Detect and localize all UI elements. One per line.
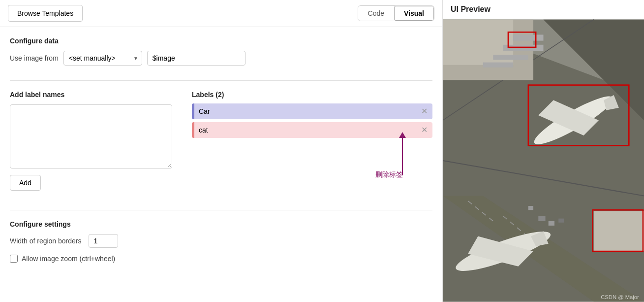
browse-templates-button[interactable]: Browse Templates (8, 5, 83, 22)
add-label-names-title: Add label names (10, 91, 172, 99)
aerial-image: CSDN @ Major (443, 19, 644, 302)
annotation-area: 删除标签 (192, 136, 432, 195)
section-divider-2 (10, 210, 432, 210)
header-bar: Browse Templates Code Visual (0, 0, 442, 27)
labels-section: Add label names Add Labels (2) Car ✕ cat… (10, 91, 432, 195)
labels-header: Labels (2) (192, 91, 432, 99)
zoom-checkbox[interactable] (10, 255, 18, 263)
configure-settings-section: Configure settings Width of region borde… (10, 220, 432, 263)
image-variable-input[interactable] (147, 51, 245, 66)
svg-rect-8 (513, 34, 543, 40)
svg-rect-25 (538, 216, 545, 221)
svg-text:CSDN @ Major: CSDN @ Major (601, 294, 639, 300)
preview-image-container: CSDN @ Major (443, 19, 644, 302)
use-image-label: Use image from (10, 54, 59, 62)
labels-list-col: Labels (2) Car ✕ cat ✕ 删除标签 (192, 91, 432, 195)
content-area: Configure data Use image from <set manua… (0, 27, 442, 302)
visual-tab-button[interactable]: Visual (394, 6, 434, 21)
zoom-label: Allow image zoom (ctrl+wheel) (22, 255, 115, 263)
svg-rect-11 (483, 63, 513, 67)
section-divider (10, 80, 432, 81)
add-label-button[interactable]: Add (10, 175, 41, 191)
configure-data-title: Configure data (10, 37, 432, 45)
image-source-select[interactable]: <set manually>URLFileVariable (63, 51, 142, 66)
preview-title: UI Preview (443, 0, 644, 19)
label-color-bar-car (192, 103, 194, 119)
right-panel: UI Preview (443, 0, 644, 302)
use-image-row: Use image from <set manually>URLFileVari… (10, 51, 432, 66)
left-panel: Browse Templates Code Visual Configure d… (0, 0, 443, 302)
remove-label-cat-button[interactable]: ✕ (416, 123, 432, 137)
zoom-checkbox-row: Allow image zoom (ctrl+wheel) (10, 255, 432, 263)
label-text-car: Car (192, 103, 416, 119)
border-width-label: Width of region borders (10, 237, 82, 245)
annotation-arrow: 删除标签 (402, 136, 403, 175)
add-label-names-col: Add label names Add (10, 91, 172, 195)
view-toggle-group: Code Visual (358, 5, 434, 21)
code-tab-button[interactable]: Code (358, 6, 394, 21)
configure-settings-title: Configure settings (10, 220, 432, 228)
remove-label-car-button[interactable]: ✕ (416, 104, 432, 118)
label-names-textarea[interactable] (10, 104, 172, 168)
configure-data-section: Configure data Use image from <set manua… (10, 37, 432, 66)
svg-rect-20 (594, 211, 644, 251)
svg-rect-27 (558, 219, 564, 223)
annotation-text: 删除标签 (375, 170, 403, 179)
image-source-select-wrapper: <set manually>URLFileVariable (63, 51, 142, 66)
svg-rect-26 (549, 221, 554, 226)
svg-rect-28 (528, 206, 533, 210)
border-width-input[interactable] (89, 234, 118, 248)
arrow-line (402, 136, 403, 175)
border-width-row: Width of region borders (10, 234, 432, 248)
label-item-car: Car ✕ (192, 103, 432, 119)
svg-rect-10 (493, 55, 528, 60)
